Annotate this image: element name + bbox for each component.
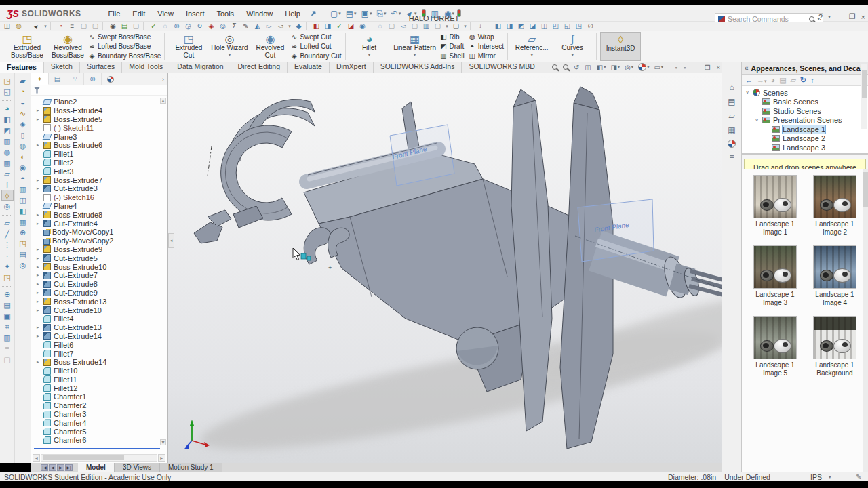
feature-tree-item[interactable]: ▸ Boss-Extrude4 <box>31 106 161 115</box>
ribbon-small-button[interactable]: ◧Rib <box>440 33 465 41</box>
scene-thumbnail-image[interactable] <box>813 245 856 289</box>
ribbon-small-button[interactable]: ◫Mirror <box>469 52 504 60</box>
feature-tree-item[interactable]: ▸ Chamfer4 <box>31 418 161 427</box>
scroll-right-icon[interactable]: ► <box>158 454 165 462</box>
expand-arrow-icon[interactable]: ▸ <box>37 108 41 113</box>
next-tab-icon[interactable]: ▶ <box>57 464 64 471</box>
vertical-tool-icon[interactable]: ▯ <box>15 129 31 140</box>
toolbar-icon[interactable]: ≡ <box>68 22 77 30</box>
scene-thumbnail[interactable]: Landscape 1 Image 3 <box>746 245 804 306</box>
revolved-cut-button[interactable]: ◉ Revolved Cut <box>250 32 290 61</box>
feature-tree-item[interactable]: ▸ Cut-Extrude5 <box>31 253 161 262</box>
view-tool-icon[interactable]: ▾ <box>638 63 649 71</box>
toolbar-icon[interactable]: ◈ <box>207 22 216 30</box>
expand-arrow-icon[interactable]: ▸ <box>37 264 41 270</box>
toolbar-icon[interactable]: ⊕ <box>172 22 181 30</box>
vertical-tool-icon[interactable]: ▦ <box>15 216 31 227</box>
toolbar-icon[interactable]: ▾ <box>288 22 292 30</box>
toolbar-icon[interactable]: ◌ <box>161 22 170 30</box>
menu-item[interactable]: Edit <box>132 9 145 18</box>
toolbar-icon[interactable]: ✓ <box>149 22 158 30</box>
hole-wizard-button[interactable]: ◎ Hole Wizard ▾ <box>209 32 250 61</box>
tags-icon[interactable]: ✎ <box>856 473 861 481</box>
instant3d-button[interactable]: ◊ Instant3D <box>600 32 641 61</box>
view-tool-icon[interactable]: ◎ ▾ <box>625 64 633 71</box>
first-tab-icon[interactable]: |◀ <box>41 464 48 471</box>
expand-arrow-icon[interactable]: ▸ <box>37 308 41 313</box>
vertical-tool-icon[interactable]: ▥ <box>0 332 14 343</box>
feature-tree-item[interactable]: ▸ Fillet12 <box>31 384 161 392</box>
fillet-button[interactable]: ◕ Fillet ▾ <box>349 32 390 61</box>
scene-thumbnail-image[interactable] <box>753 245 797 289</box>
task-pane-tab-icon[interactable]: ⌂ <box>729 83 734 92</box>
panel-tool-icon[interactable]: ↻ <box>800 76 806 85</box>
doc-window-button[interactable]: ❒ <box>705 64 711 71</box>
ribbon-tab[interactable]: DimXpert <box>330 62 374 73</box>
feature-tree-item[interactable]: ▸ Boss-Extrude9 <box>31 245 161 254</box>
feature-tree-item[interactable]: ▸ Boss-Extrude7 <box>31 176 161 184</box>
panel-tool-icon[interactable]: →▾ <box>757 76 767 84</box>
toolbar-icon[interactable] <box>470 22 473 30</box>
feature-tree-item[interactable]: ▸ Chamfer5 <box>31 427 161 436</box>
scene-thumbnail-image[interactable] <box>813 175 856 218</box>
vertical-tool-icon[interactable]: ◧ <box>15 205 31 216</box>
toolbar-icon[interactable]: ◶ <box>184 22 193 30</box>
vertical-tool-icon[interactable]: ⌗ <box>0 321 14 332</box>
ribbon-tab[interactable]: Data Migration <box>170 62 231 73</box>
vertical-tool-icon[interactable]: ⊕ <box>15 227 31 238</box>
feature-tree-item[interactable]: ▸ Chamfer1 <box>31 392 161 401</box>
feature-tree-item[interactable]: ▸ Boss-Extrude10 <box>31 262 161 271</box>
toolbar-icon[interactable] <box>143 22 146 30</box>
toolbar-icon[interactable]: ↓ <box>476 22 485 30</box>
feature-tree-item[interactable]: ▸ Boss-Extrude5 <box>31 115 161 124</box>
toolbar-icon[interactable]: ◱ <box>563 22 572 30</box>
menu-item[interactable]: File <box>108 9 121 18</box>
view-tool-icon[interactable]: ◧ ▾ <box>597 64 606 71</box>
vertical-tool-icon[interactable]: ◳ <box>0 272 14 283</box>
toolbar-icon[interactable]: ◫ <box>540 22 549 30</box>
vertical-tool-icon[interactable]: ≡ <box>0 343 14 354</box>
dimxpertmanager-tab[interactable]: ⊕ <box>84 73 102 85</box>
toolbar-icon[interactable]: ▻ <box>264 22 273 30</box>
panel-tool-icon[interactable]: ↑ <box>810 76 814 84</box>
graphics-viewport[interactable]: + Front Plane Front Plane <box>168 73 722 463</box>
task-pane-tab-icon[interactable]: ▦ <box>728 125 735 135</box>
doc-window-button[interactable]: × <box>716 64 720 71</box>
feature-tree-item[interactable]: ▸ Fillet3 <box>31 167 161 176</box>
vertical-tool-icon[interactable]: ✦ <box>0 261 14 272</box>
toolbar-icon[interactable]: ◆ <box>294 22 303 30</box>
vertical-tool-icon[interactable]: ∫ <box>0 179 14 190</box>
vertical-tool-icon[interactable]: ▣ <box>0 310 14 321</box>
toolbar-icon[interactable]: ▤ <box>120 22 129 30</box>
feature-tree-item[interactable]: ▸ Cut-Extrude13 <box>31 323 161 332</box>
expand-arrow-icon[interactable]: ▸ <box>37 333 41 339</box>
restore-button[interactable]: ❐ <box>849 12 856 21</box>
ribbon-small-button[interactable]: ◩Draft <box>440 42 465 51</box>
feature-tree-item[interactable]: ▸ Boss-Extrude14 <box>31 358 161 367</box>
configurationmanager-tab[interactable]: ⑂ <box>66 73 84 85</box>
feature-tree-item[interactable]: ▸ Fillet1 <box>31 150 161 159</box>
ribbon-tab[interactable]: SOLIDWORKS MBD <box>462 62 542 73</box>
task-pane-tab-icon[interactable] <box>728 140 736 148</box>
toolbar-icon[interactable]: ◩ <box>517 22 526 30</box>
menu-item[interactable]: Tools <box>216 9 234 18</box>
vertical-tool-icon[interactable]: ◳ <box>15 238 31 249</box>
toolbar-icon[interactable]: ▾ <box>445 22 449 30</box>
expand-arrow-icon[interactable]: ▸ <box>37 299 41 304</box>
vertical-tool-icon[interactable]: ▱ <box>0 218 14 228</box>
feature-tree-item[interactable]: ▸ Plane3 <box>31 132 161 141</box>
unit-system-selector[interactable]: IPS ▾ <box>810 473 831 481</box>
scene-tree-item[interactable]: Basic Scenes <box>742 98 868 107</box>
toolbar-icon[interactable]: Σ <box>230 22 239 30</box>
ribbon-small-button[interactable]: ∿Swept Boss/Base <box>88 33 161 41</box>
expand-arrow-icon[interactable]: ▸ <box>37 212 41 218</box>
toolbar-icon[interactable]: ▢ <box>132 22 140 30</box>
feature-tree-item[interactable]: ▸ Cut-Extrude10 <box>31 306 161 314</box>
scene-tree-item[interactable]: Landscape 2 <box>742 134 868 144</box>
toolbar-icon[interactable]: ▢ <box>91 22 100 30</box>
ribbon-tab[interactable]: Mold Tools <box>122 62 170 73</box>
ribbon-tab[interactable]: Sketch <box>44 62 80 73</box>
panel-tool-icon[interactable]: ▤ <box>779 76 786 85</box>
toolbar-icon[interactable]: ▾ <box>43 22 47 30</box>
toolbar-icon[interactable]: ◔ <box>56 22 65 30</box>
